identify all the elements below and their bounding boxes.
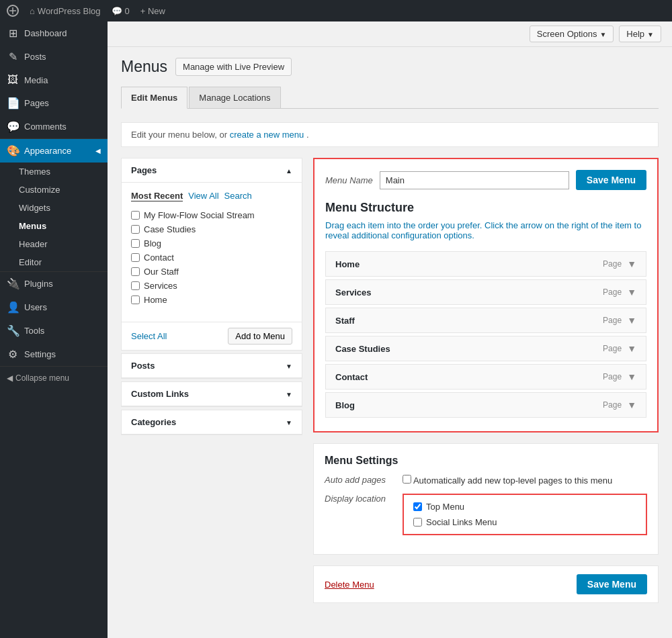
- delete-menu-link[interactable]: Delete Menu: [325, 580, 374, 590]
- tab-manage-locations[interactable]: Manage Locations: [189, 87, 280, 108]
- page-checkbox-5[interactable]: [131, 267, 140, 276]
- categories-accordion-header[interactable]: Categories: [122, 410, 302, 435]
- auto-add-checkbox[interactable]: [403, 475, 411, 484]
- sidebar-item-pages[interactable]: 📄 Pages: [0, 91, 108, 115]
- appearance-icon: 🎨: [7, 144, 19, 157]
- live-preview-button[interactable]: Manage with Live Preview: [175, 58, 292, 76]
- menu-item-staff[interactable]: Staff Page ▼: [325, 308, 646, 333]
- sidebar-item-users[interactable]: 👤 Users: [0, 295, 108, 319]
- page-checkbox-4[interactable]: [131, 253, 140, 262]
- menu-editor-box: Menu Name Save Menu Menu Structure Drag …: [313, 158, 659, 432]
- home-icon: ⌂: [30, 6, 35, 16]
- page-checkbox-6[interactable]: [131, 281, 140, 290]
- comments-link[interactable]: 💬 0: [112, 6, 130, 16]
- menu-item-home[interactable]: Home Page ▼: [325, 251, 646, 277]
- additional-config-link[interactable]: additional configuration options: [351, 230, 472, 240]
- menu-structure-title: Menu Structure: [325, 201, 646, 215]
- main-content: Screen Options Help Menus Manage with Li…: [108, 21, 672, 638]
- custom-links-accordion-header[interactable]: Custom Links: [122, 382, 302, 406]
- sidebar-item-header[interactable]: Header: [0, 235, 108, 253]
- menu-item-arrow-blog[interactable]: ▼: [627, 400, 636, 410]
- posts-accordion-header[interactable]: Posts: [122, 354, 302, 378]
- screen-options-button[interactable]: Screen Options: [530, 26, 614, 42]
- top-menu-checkbox[interactable]: [413, 502, 422, 511]
- display-location-box: Top Menu Social Links Menu: [403, 494, 647, 535]
- pages-accordion-footer: Select All Add to Menu: [122, 322, 302, 350]
- sub-tab-view-all[interactable]: View All: [188, 191, 218, 201]
- pages-icon: 📄: [7, 97, 19, 109]
- sidebar-item-settings[interactable]: ⚙ Settings: [0, 343, 108, 366]
- sidebar-item-customize[interactable]: Customize: [0, 181, 108, 199]
- menu-name-input[interactable]: [380, 171, 569, 189]
- sidebar-item-media[interactable]: 🖼 Media: [0, 69, 108, 91]
- menu-settings-title: Menu Settings: [325, 455, 647, 467]
- menu-item-arrow-services[interactable]: ▼: [627, 287, 636, 298]
- collapse-menu-button[interactable]: ◀ Collapse menu: [0, 367, 108, 390]
- menu-item-arrow-home[interactable]: ▼: [627, 259, 636, 269]
- sidebar-item-widgets[interactable]: Widgets: [0, 199, 108, 217]
- media-icon: 🖼: [7, 74, 19, 86]
- categories-chevron: [286, 417, 292, 427]
- sidebar-section-appearance: 🎨 Appearance ◀ Themes Customize Widgets …: [0, 139, 108, 272]
- save-menu-button-bottom[interactable]: Save Menu: [577, 574, 647, 594]
- sidebar-item-menus[interactable]: Menus: [0, 217, 108, 235]
- sidebar-item-dashboard[interactable]: ⊞ Dashboard: [0, 21, 108, 45]
- page-checkbox-7[interactable]: [131, 295, 140, 304]
- menu-item-contact[interactable]: Contact Page ▼: [325, 364, 646, 390]
- menu-item-arrow-contact[interactable]: ▼: [627, 371, 636, 382]
- menu-item-arrow-case-studies[interactable]: ▼: [627, 343, 636, 354]
- auto-add-label: Auto add pages: [325, 475, 392, 485]
- sidebar-item-plugins[interactable]: 🔌 Plugins: [0, 272, 108, 295]
- list-item: Home: [131, 293, 292, 307]
- location-top-menu: Top Menu: [413, 502, 636, 512]
- sidebar-section-plugins: 🔌 Plugins 👤 Users 🔧 Tools ⚙ Settings: [0, 272, 108, 367]
- help-chevron: [647, 29, 654, 39]
- menu-item-arrow-staff[interactable]: ▼: [627, 315, 636, 326]
- tab-edit-menus[interactable]: Edit Menus: [121, 87, 187, 109]
- site-name[interactable]: ⌂ WordPress Blog: [30, 6, 101, 16]
- display-location-label: Display location: [325, 494, 392, 504]
- two-column-layout: Pages Most Recent View All Search: [121, 158, 659, 603]
- custom-links-chevron: [286, 389, 292, 399]
- add-to-menu-button[interactable]: Add to Menu: [228, 328, 292, 345]
- menu-item-services[interactable]: Services Page ▼: [325, 279, 646, 305]
- menu-settings-box: Menu Settings Auto add pages Automatical…: [313, 443, 659, 555]
- page-checkbox-3[interactable]: [131, 239, 140, 248]
- new-content-button[interactable]: + New: [140, 6, 165, 16]
- sidebar-item-editor[interactable]: Editor: [0, 253, 108, 271]
- categories-accordion: Categories: [121, 410, 302, 435]
- menu-name-label: Menu Name: [325, 175, 373, 185]
- sidebar-item-themes[interactable]: Themes: [0, 163, 108, 181]
- sidebar-item-comments[interactable]: 💬 Comments: [0, 115, 108, 138]
- pages-list: My Flow-Flow Social Stream Case Studies …: [131, 208, 292, 307]
- content-area: Menus Manage with Live Preview Edit Menu…: [108, 47, 672, 614]
- collapse-icon: ◀: [7, 373, 13, 383]
- users-icon: 👤: [7, 301, 19, 314]
- sidebar-item-appearance[interactable]: 🎨 Appearance ◀: [0, 139, 108, 163]
- menu-name-row: Menu Name Save Menu: [325, 170, 646, 190]
- page-heading: Menus Manage with Live Preview: [121, 58, 659, 76]
- sub-tab-search[interactable]: Search: [224, 191, 252, 201]
- sub-tab-most-recent[interactable]: Most Recent: [131, 191, 183, 201]
- menu-item-blog[interactable]: Blog Page ▼: [325, 392, 646, 418]
- sidebar-item-posts[interactable]: ✎ Posts: [0, 45, 108, 69]
- screen-options-bar: Screen Options Help: [108, 21, 672, 47]
- page-title: Menus: [121, 58, 167, 76]
- page-checkbox-2[interactable]: [131, 225, 140, 234]
- pages-accordion: Pages Most Recent View All Search: [121, 158, 302, 351]
- save-menu-button-top[interactable]: Save Menu: [576, 170, 646, 190]
- menu-item-case-studies[interactable]: Case Studies Page ▼: [325, 336, 646, 361]
- create-new-menu-link[interactable]: create a new menu: [230, 130, 304, 140]
- sidebar-section-main: ⊞ Dashboard ✎ Posts 🖼 Media 📄 Pages 💬 Co…: [0, 21, 108, 139]
- dashboard-icon: ⊞: [7, 27, 19, 40]
- pages-accordion-header[interactable]: Pages: [122, 158, 302, 183]
- sidebar-item-tools[interactable]: 🔧 Tools: [0, 319, 108, 343]
- social-links-checkbox[interactable]: [413, 518, 422, 527]
- list-item: Our Staff: [131, 265, 292, 279]
- wp-logo: [7, 5, 19, 17]
- help-button[interactable]: Help: [619, 26, 661, 42]
- custom-links-accordion: Custom Links: [121, 381, 302, 407]
- page-checkbox-1[interactable]: [131, 211, 140, 220]
- list-item: Contact: [131, 250, 292, 265]
- select-all-link[interactable]: Select All: [131, 331, 167, 341]
